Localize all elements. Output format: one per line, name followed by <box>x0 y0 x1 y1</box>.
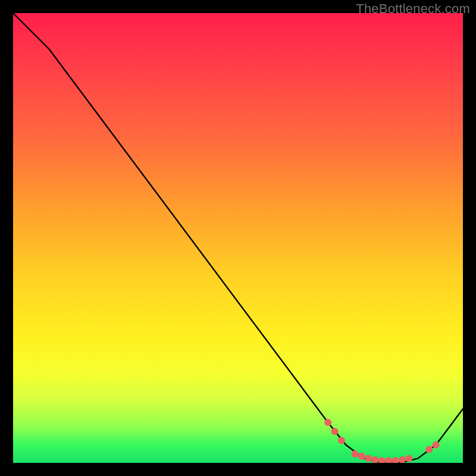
marker-dot <box>365 455 372 462</box>
marker-dot <box>399 456 406 463</box>
highlight-markers <box>324 419 439 463</box>
marker-dot <box>405 455 412 462</box>
marker-dot <box>425 446 433 453</box>
marker-dot <box>372 456 379 463</box>
marker-dot <box>352 450 359 458</box>
marker-dot <box>358 453 365 460</box>
marker-dot <box>378 457 386 463</box>
chart-stage: TheBottleneck.com <box>0 0 476 476</box>
marker-dot <box>392 457 399 463</box>
chart-svg <box>13 13 463 463</box>
marker-dot <box>433 441 440 449</box>
curve-line <box>13 13 463 463</box>
marker-dot <box>385 457 392 463</box>
marker-dot <box>338 437 345 444</box>
marker-dot <box>331 428 339 435</box>
plot-area <box>13 13 463 463</box>
marker-dot <box>324 419 331 426</box>
